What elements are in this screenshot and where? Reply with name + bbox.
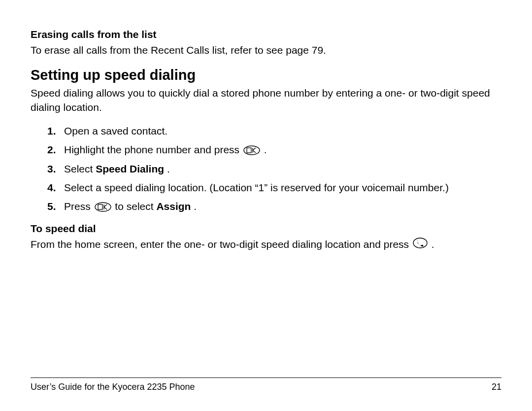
body-to-speed-dial: From the home screen, enter the one- or … — [31, 238, 501, 252]
step-text-pre: Select — [64, 163, 96, 174]
step-text-post: . — [264, 144, 267, 155]
heading-speed-dialing: Setting up speed dialing — [31, 67, 501, 83]
step-text-pre: Press — [64, 201, 94, 212]
step-text-bold: Assign — [156, 201, 191, 212]
step-4: 4. Select a speed dialing location. (Loc… — [47, 181, 501, 195]
step-text-post: . — [167, 163, 170, 174]
ok-icon — [95, 202, 111, 212]
body-text-pre: From the home screen, enter the one- or … — [31, 239, 412, 250]
svg-point-2 — [95, 203, 111, 211]
body-text-post: . — [432, 239, 434, 250]
step-number: 4. — [47, 181, 56, 195]
step-2: 2. Highlight the phone number and press … — [47, 143, 501, 157]
step-1: 1. Open a saved contact. — [47, 124, 501, 138]
footer-left: User’s Guide for the Kyocera 2235 Phone — [31, 382, 195, 392]
step-number: 3. — [47, 162, 56, 176]
svg-rect-1 — [247, 148, 251, 153]
step-3: 3. Select Speed Dialing . — [47, 162, 501, 176]
svg-point-4 — [413, 238, 427, 248]
ok-icon — [243, 145, 260, 155]
footer-page-number: 21 — [492, 382, 501, 392]
step-number: 5. — [47, 200, 56, 213]
step-text-post: . — [194, 201, 197, 212]
page-content: Erasing calls from the list To erase all… — [31, 29, 501, 252]
step-text: Open a saved contact. — [64, 125, 167, 137]
step-text-bold: Speed Dialing — [96, 163, 164, 174]
footer-divider — [31, 377, 501, 378]
steps-list: 1. Open a saved contact. 2. Highlight th… — [47, 124, 501, 214]
subheading-to-speed-dial: To speed dial — [31, 223, 501, 235]
step-text-pre: Highlight the phone number and press — [64, 144, 242, 155]
step-text-mid: to select — [115, 201, 156, 212]
step-5: 5. Press to select Assign . — [47, 200, 501, 213]
subheading-erasing: Erasing calls from the list — [31, 29, 501, 40]
step-text: Select a speed dialing location. (Locati… — [64, 182, 449, 193]
svg-point-0 — [244, 146, 260, 155]
body-erasing: To erase all calls from the Recent Calls… — [31, 43, 501, 57]
step-number: 1. — [47, 124, 56, 138]
intro-speed-dialing: Speed dialing allows you to quickly dial… — [31, 86, 501, 114]
phone-icon — [413, 238, 428, 252]
svg-rect-3 — [98, 205, 102, 209]
step-number: 2. — [47, 143, 56, 157]
page-footer: User’s Guide for the Kyocera 2235 Phone … — [31, 377, 501, 392]
